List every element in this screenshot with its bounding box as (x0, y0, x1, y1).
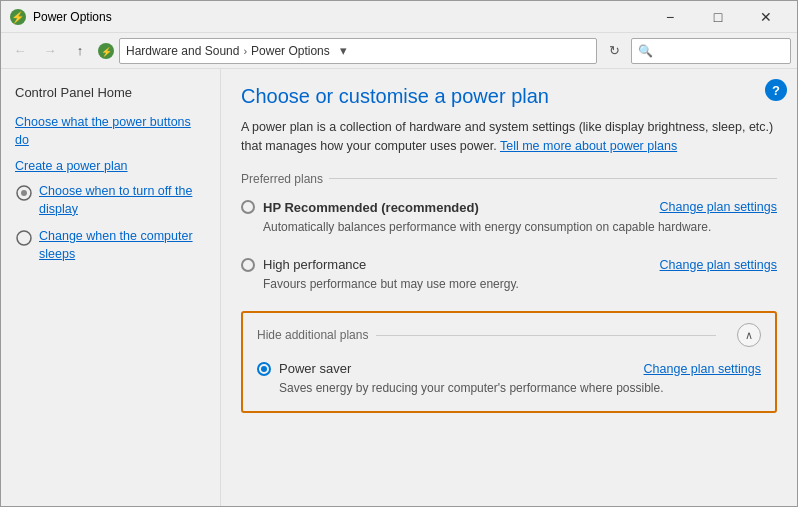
address-field[interactable]: Hardware and Sound › Power Options ▾ (119, 38, 597, 64)
radio-hp-recommended[interactable] (241, 200, 255, 214)
plan-ps-name-row: Power saver (257, 361, 351, 376)
plan-hp-settings-link[interactable]: Change plan settings (660, 200, 777, 214)
sidebar: Control Panel Home Choose what the power… (1, 69, 221, 506)
plan-hp-desc: Automatically balances performance with … (241, 219, 777, 236)
window-controls: − □ ✕ (647, 1, 789, 33)
breadcrumb-separator: › (243, 45, 247, 57)
page-title: Choose or customise a power plan (241, 85, 777, 108)
content-description: A power plan is a collection of hardware… (241, 118, 777, 156)
breadcrumb-hardware[interactable]: Hardware and Sound (126, 44, 239, 58)
svg-text:⚡: ⚡ (11, 10, 25, 24)
maximize-button[interactable]: □ (695, 1, 741, 33)
refresh-button[interactable]: ↻ (601, 38, 627, 64)
additional-plans-header: Hide additional plans ∧ (257, 323, 761, 347)
minimize-button[interactable]: − (647, 1, 693, 33)
svg-point-6 (17, 231, 31, 245)
svg-text:⚡: ⚡ (101, 46, 113, 58)
plan-hp2-desc: Favours performance but may use more ene… (241, 276, 777, 293)
content-area: ? Choose or customise a power plan A pow… (221, 69, 797, 506)
sidebar-link-create-plan[interactable]: Create a power plan (15, 159, 206, 173)
search-input[interactable] (638, 44, 788, 58)
breadcrumb-current: Power Options (251, 44, 330, 58)
main-content: Control Panel Home Choose what the power… (1, 69, 797, 506)
plan-hp-name-row: HP Recommended (recommended) (241, 200, 479, 215)
sidebar-link-sleep[interactable]: Change when the computer sleeps (39, 228, 206, 263)
location-icon: ⚡ (97, 42, 115, 60)
sidebar-home[interactable]: Control Panel Home (15, 85, 206, 100)
plan-ps-settings-link[interactable]: Change plan settings (644, 362, 761, 376)
sidebar-link-display[interactable]: Choose when to turn off the display (39, 183, 206, 218)
up-button[interactable]: ↑ (67, 38, 93, 64)
additional-plans-section: Hide additional plans ∧ Power saver Chan… (241, 311, 777, 413)
radio-power-saver[interactable] (257, 362, 271, 376)
svg-point-5 (21, 190, 27, 196)
plan-hp2-settings-link[interactable]: Change plan settings (660, 258, 777, 272)
back-button[interactable]: ← (7, 38, 33, 64)
plan-ps-name: Power saver (279, 361, 351, 376)
search-field[interactable] (631, 38, 791, 64)
additional-plans-label: Hide additional plans (257, 328, 716, 342)
forward-button[interactable]: → (37, 38, 63, 64)
sidebar-item-display[interactable]: Choose when to turn off the display (15, 183, 206, 218)
window-icon: ⚡ (9, 8, 27, 26)
plan-hp-header: HP Recommended (recommended) Change plan… (241, 200, 777, 215)
preferred-plans-label: Preferred plans (241, 172, 777, 186)
learn-more-link[interactable]: Tell me more about power plans (500, 139, 677, 153)
plan-ps-header: Power saver Change plan settings (257, 361, 761, 376)
plan-ps-desc: Saves energy by reducing your computer's… (257, 380, 761, 397)
plan-hp-name: HP Recommended (recommended) (263, 200, 479, 215)
plan-hp-recommended: HP Recommended (recommended) Change plan… (241, 196, 777, 240)
plan-hp2-name-row: High performance (241, 257, 366, 272)
sidebar-link-power-buttons[interactable]: Choose what the power buttons do (15, 114, 206, 149)
breadcrumb: Hardware and Sound › Power Options (126, 44, 330, 58)
sidebar-item-sleep[interactable]: Change when the computer sleeps (15, 228, 206, 263)
plan-high-performance: High performance Change plan settings Fa… (241, 253, 777, 297)
plan-power-saver: Power saver Change plan settings Saves e… (257, 357, 761, 401)
help-button[interactable]: ? (765, 79, 787, 101)
close-button[interactable]: ✕ (743, 1, 789, 33)
window-title: Power Options (33, 10, 647, 24)
radio-high-performance[interactable] (241, 258, 255, 272)
title-bar: ⚡ Power Options − □ ✕ (1, 1, 797, 33)
sleep-icon (15, 229, 33, 247)
plan-hp2-name: High performance (263, 257, 366, 272)
address-dropdown-button[interactable]: ▾ (334, 39, 354, 63)
plan-hp2-header: High performance Change plan settings (241, 257, 777, 272)
power-options-window: ⚡ Power Options − □ ✕ ← → ↑ ⚡ Hardware a… (0, 0, 798, 507)
address-bar: ← → ↑ ⚡ Hardware and Sound › Power Optio… (1, 33, 797, 69)
collapse-button[interactable]: ∧ (737, 323, 761, 347)
display-icon (15, 184, 33, 202)
